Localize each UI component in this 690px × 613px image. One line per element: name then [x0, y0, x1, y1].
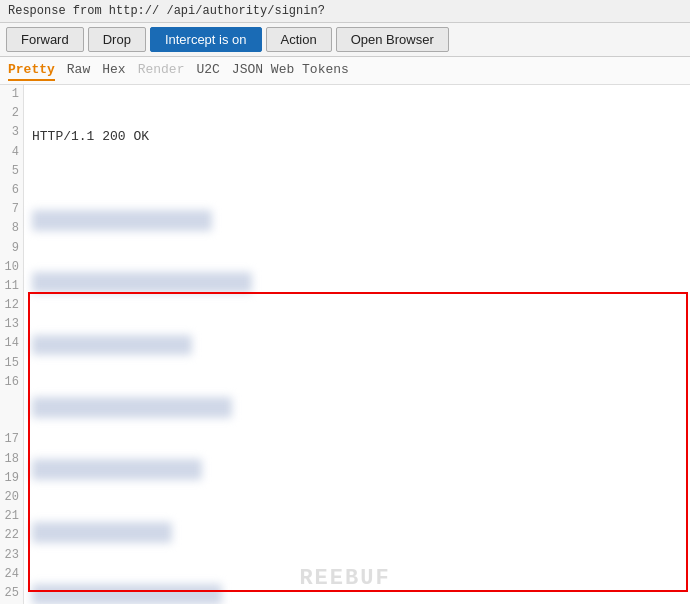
- toolbar: Forward Drop Intercept is on Action Open…: [0, 23, 690, 57]
- code-line-7: [32, 522, 686, 543]
- intercept-button[interactable]: Intercept is on: [150, 27, 262, 52]
- tab-jwt[interactable]: JSON Web Tokens: [232, 60, 349, 81]
- tab-raw[interactable]: Raw: [67, 60, 90, 81]
- code-line-1: HTTP/1.1 200 OK: [32, 127, 686, 148]
- code-line-5: [32, 397, 686, 418]
- forward-button[interactable]: Forward: [6, 27, 84, 52]
- title-text: Response from http:// /api/authority/sig…: [8, 4, 325, 18]
- subtoolbar: Pretty Raw Hex Render U2C JSON Web Token…: [0, 57, 690, 85]
- line-numbers: 1 2 3 4 5 6 7 8 9 10 11 12 13 14 15 16 1…: [0, 85, 24, 604]
- code-line-2: [32, 210, 686, 231]
- tab-render[interactable]: Render: [138, 60, 185, 81]
- code-line-6: [32, 459, 686, 480]
- drop-button[interactable]: Drop: [88, 27, 146, 52]
- title-bar: Response from http:// /api/authority/sig…: [0, 0, 690, 23]
- code-line-8: [32, 584, 686, 604]
- code-line-3: [32, 272, 686, 293]
- code-area: HTTP/1.1 200 OK: [28, 85, 690, 604]
- tab-pretty[interactable]: Pretty: [8, 60, 55, 81]
- code-line-4: [32, 335, 686, 356]
- content-area: 1 2 3 4 5 6 7 8 9 10 11 12 13 14 15 16 1…: [0, 85, 690, 604]
- open-browser-button[interactable]: Open Browser: [336, 27, 449, 52]
- tab-u2c[interactable]: U2C: [196, 60, 219, 81]
- action-button[interactable]: Action: [266, 27, 332, 52]
- tab-hex[interactable]: Hex: [102, 60, 125, 81]
